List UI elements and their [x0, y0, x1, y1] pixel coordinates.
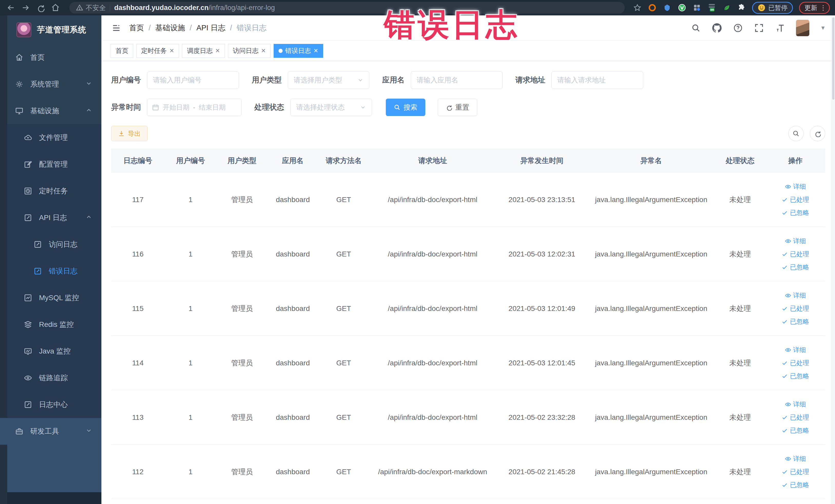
detail-link[interactable]: 详细 — [785, 346, 806, 354]
mark-ignored-link[interactable]: 已忽略 — [781, 426, 809, 435]
detail-link[interactable]: 详细 — [785, 455, 806, 463]
extension-grid-icon[interactable] — [693, 3, 701, 12]
tab-schedule-log[interactable]: 调度日志 ✕ — [182, 44, 225, 58]
close-icon[interactable]: ✕ — [215, 47, 220, 54]
sidebar-item-api-log[interactable]: API 日志 — [0, 204, 101, 231]
log-id: 112 — [111, 465, 165, 479]
detail-link[interactable]: 详细 — [785, 182, 806, 191]
sidebar-item-system-management[interactable]: 系统管理 — [0, 71, 101, 98]
sidebar-item-error-log[interactable]: 错误日志 — [0, 258, 101, 284]
mark-processed-link[interactable]: 已处理 — [781, 467, 809, 476]
bookmark-star-icon[interactable] — [633, 3, 642, 12]
sidebar-toggle-icon[interactable] — [110, 22, 122, 34]
search-icon[interactable] — [691, 23, 701, 33]
mark-ignored-link[interactable]: 已忽略 — [781, 263, 809, 271]
sidebar-item-tracing[interactable]: 链路追踪 — [0, 365, 101, 391]
proxy-paused-badge[interactable]: 已暂停 — [752, 2, 793, 14]
process-status-select[interactable]: 请选择处理状态 — [290, 99, 372, 116]
download-icon — [118, 130, 125, 137]
check-icon — [781, 305, 788, 312]
tab-error-log[interactable]: 错误日志 ✕ — [273, 44, 323, 58]
sidebar-item-scheduled-jobs[interactable]: 定时任务 — [0, 178, 101, 204]
detail-link[interactable]: 详细 — [785, 291, 806, 300]
user-avatar[interactable] — [796, 20, 809, 36]
search-button[interactable]: 搜索 — [386, 99, 425, 116]
app-name-input[interactable] — [411, 72, 503, 89]
refresh-icon — [446, 104, 452, 110]
sidebar-item-file-management[interactable]: 文件管理 — [0, 124, 101, 151]
mark-processed-link[interactable]: 已处理 — [781, 195, 809, 204]
extension-green-v-icon[interactable] — [678, 3, 686, 12]
sidebar-item-label: 配置管理 — [39, 159, 68, 169]
mark-processed-link[interactable]: 已处理 — [781, 359, 809, 367]
sidebar-item-infrastructure[interactable]: 基础设施 — [0, 98, 101, 124]
sidebar-item-config-management[interactable]: 配置管理 — [0, 151, 101, 178]
refresh-table-button[interactable] — [810, 126, 825, 141]
app-logo[interactable]: 芋道管理系统 — [0, 15, 101, 44]
sidebar-tail: 研发工具 — [0, 418, 101, 504]
scrollbar-thumb[interactable] — [832, 18, 834, 100]
detail-link[interactable]: 详细 — [785, 237, 806, 245]
sidebar-item-access-log[interactable]: 访问日志 — [0, 231, 101, 258]
sidebar-item-label: 定时任务 — [39, 186, 68, 196]
check-icon — [781, 264, 788, 270]
request-method: GET — [318, 411, 369, 424]
mark-ignored-link[interactable]: 已忽略 — [781, 208, 809, 217]
log-id: 117 — [111, 193, 165, 206]
close-icon[interactable]: ✕ — [169, 47, 174, 54]
tab-access-log[interactable]: 访问日志 ✕ — [228, 44, 270, 58]
back-icon[interactable] — [5, 2, 16, 13]
home-icon[interactable] — [50, 2, 61, 13]
breadcrumb-item-error-log: 错误日志 — [237, 23, 266, 33]
breadcrumb-item-infrastructure[interactable]: 基础设施 — [155, 23, 185, 33]
close-icon[interactable]: ✕ — [313, 47, 318, 54]
detail-link[interactable]: 详细 — [785, 400, 806, 408]
reset-button[interactable]: 重置 — [437, 99, 477, 116]
process-status: 未处理 — [715, 301, 766, 316]
mark-processed-link[interactable]: 已处理 — [781, 304, 809, 313]
extension-leaf-icon[interactable] — [722, 3, 731, 12]
mark-processed-link[interactable]: 已处理 — [781, 413, 809, 422]
extension-blue-icon[interactable] — [663, 3, 672, 12]
font-size-icon[interactable] — [775, 23, 785, 33]
sidebar-item-home[interactable]: 首页 — [0, 44, 101, 71]
app-name: dashboard — [267, 193, 318, 206]
fullscreen-icon[interactable] — [754, 23, 764, 33]
sidebar-item-log-center[interactable]: 日志中心 — [0, 391, 101, 418]
close-icon[interactable]: ✕ — [261, 47, 266, 54]
export-button[interactable]: 导出 — [111, 126, 148, 141]
sidebar-item-redis-monitor[interactable]: Redis 监控 — [0, 311, 101, 338]
extension-orange-icon[interactable] — [648, 3, 657, 12]
toggle-search-button[interactable] — [788, 126, 804, 141]
breadcrumb-item-home[interactable]: 首页 — [129, 23, 144, 33]
github-icon[interactable] — [712, 23, 722, 33]
help-icon[interactable] — [733, 23, 743, 33]
extension-puzzle-icon[interactable] — [737, 3, 746, 12]
address-bar[interactable]: 不安全 dashboard.yudao.iocoder.cn/infra/log… — [69, 2, 625, 14]
sidebar-item-java-monitor[interactable]: Java 监控 — [0, 338, 101, 365]
sidebar-item-dev-tools[interactable]: 研发工具 — [0, 418, 101, 445]
eye-icon — [785, 238, 791, 244]
tab-scheduled-jobs[interactable]: 定时任务 ✕ — [136, 44, 179, 58]
page-scrollbar[interactable] — [831, 15, 835, 504]
tab-home[interactable]: 首页 — [110, 44, 133, 58]
reload-icon[interactable] — [35, 2, 46, 13]
exception-time-range-picker[interactable]: 开始日期 - 结束日期 — [147, 99, 242, 116]
mark-processed-link[interactable]: 已处理 — [781, 250, 809, 258]
request-method: GET — [318, 356, 369, 370]
browser-update-button[interactable]: 更新 ⋮ — [799, 2, 830, 14]
extension-on-badge-icon[interactable]: on — [708, 3, 716, 12]
user-type-select[interactable]: 请选择用户类型 — [288, 72, 369, 89]
mark-ignored-link[interactable]: 已忽略 — [781, 317, 809, 326]
process-status: 未处理 — [715, 356, 766, 370]
forward-icon[interactable] — [20, 2, 31, 13]
security-chip[interactable]: 不安全 — [76, 3, 106, 12]
chrome-menu-icon[interactable]: ⋮ — [820, 4, 827, 11]
breadcrumb-item-api-log[interactable]: API 日志 — [196, 23, 225, 33]
request-url-input[interactable] — [551, 72, 643, 89]
mark-ignored-link[interactable]: 已忽略 — [781, 372, 809, 380]
sidebar-item-mysql-monitor[interactable]: MySQL 监控 — [0, 284, 101, 311]
chevron-down-icon[interactable]: ▼ — [820, 25, 826, 31]
user-id-input[interactable] — [147, 72, 239, 89]
mark-ignored-link[interactable]: 已忽略 — [781, 481, 809, 489]
